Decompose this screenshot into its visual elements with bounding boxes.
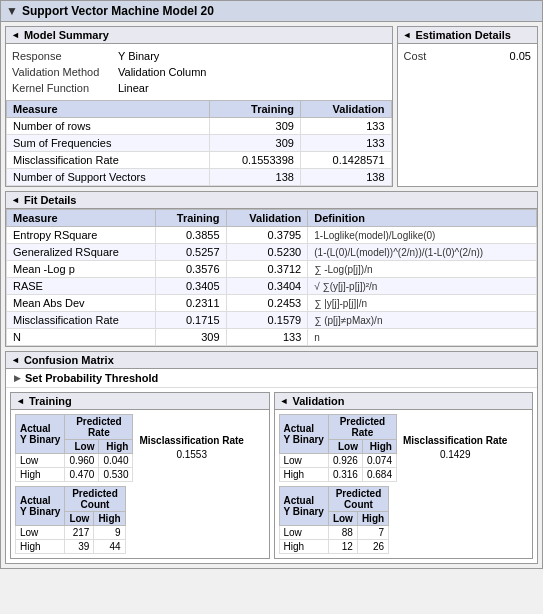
fit-training-header: Training [156, 210, 226, 227]
training-count-high-header: High [94, 512, 125, 526]
validation-header: Validation [300, 101, 391, 118]
confusion-matrix-title: Confusion Matrix [24, 354, 114, 366]
confusion-matrix-triangle: ◄ [11, 355, 20, 365]
validation-misclass-label: Misclassification Rate [403, 434, 507, 447]
table-cell: 0.3855 [156, 227, 226, 244]
validation-panel-body: ActualY Binary PredictedRate Low High Lo… [274, 409, 534, 559]
validation-pred-rate-header: PredictedRate [328, 415, 396, 440]
table-cell: 0.3576 [156, 261, 226, 278]
estimation-info: Cost 0.05 [398, 44, 537, 68]
validation-misclass-box: Misclassification Rate 0.1429 [403, 414, 507, 460]
validation-count-table: ActualY Binary PredictedCount Low High L… [279, 486, 390, 554]
table-row: High3944 [16, 540, 126, 554]
training-panel: ◄ Training ActualY Binary PredictedRate [10, 392, 270, 559]
training-panel-header: ◄ Training [10, 392, 270, 409]
validation-low-header: Low [328, 440, 362, 454]
fit-details-table: Measure Training Validation Definition E… [6, 209, 537, 346]
table-cell: 138 [210, 169, 301, 186]
table-row: Generalized RSquare0.52570.5230(1-(L(0)/… [7, 244, 537, 261]
table-cell: High [279, 540, 328, 554]
validation-high-header: High [362, 440, 396, 454]
table-cell: 0.316 [328, 468, 362, 482]
model-summary-table: Measure Training Validation Number of ro… [6, 100, 392, 186]
model-summary-header: ◄ Model Summary [6, 27, 392, 44]
validation-method-row: Validation Method Validation Column [12, 64, 386, 80]
training-actual-header: ActualY Binary [16, 415, 65, 454]
table-cell: ∑ (p[j]≠pMax)/n [308, 312, 537, 329]
table-row: Sum of Frequencies309133 [7, 135, 392, 152]
estimation-details-title: Estimation Details [416, 29, 511, 41]
training-label: Training [29, 395, 72, 407]
fit-definition-header: Definition [308, 210, 537, 227]
table-cell: 0.3795 [226, 227, 308, 244]
table-cell: ∑ -Log(p[j])/n [308, 261, 537, 278]
training-count-table: ActualY Binary PredictedCount Low High L… [15, 486, 126, 554]
table-cell: 0.2453 [226, 295, 308, 312]
validation-pred-count-header: PredictedCount [328, 487, 388, 512]
table-cell: 133 [226, 329, 308, 346]
validation-count-low-header: Low [328, 512, 357, 526]
fit-details-header: ◄ Fit Details [6, 192, 537, 209]
table-cell: Entropy RSquare [7, 227, 156, 244]
table-cell: ∑ |y[j]-p[j]|/n [308, 295, 537, 312]
table-cell: 309 [210, 118, 301, 135]
table-row: Low2179 [16, 526, 126, 540]
table-cell: 0.530 [99, 468, 133, 482]
table-cell: 88 [328, 526, 357, 540]
table-cell: Low [279, 526, 328, 540]
table-row: Mean Abs Dev0.23110.2453∑ |y[j]-p[j]|/n [7, 295, 537, 312]
set-prob-row[interactable]: ▶ Set Probability Threshold [6, 369, 537, 388]
table-cell: 26 [357, 540, 388, 554]
table-cell: 44 [94, 540, 125, 554]
fit-measure-header: Measure [7, 210, 156, 227]
table-cell: 0.684 [362, 468, 396, 482]
training-triangle: ◄ [16, 396, 25, 406]
fit-details-title: Fit Details [24, 194, 77, 206]
estimation-details-section: ◄ Estimation Details Cost 0.05 [397, 26, 538, 187]
table-cell: 0.074 [362, 454, 396, 468]
table-cell: 0.960 [65, 454, 99, 468]
model-summary-title: Model Summary [24, 29, 109, 41]
table-row: Misclassification Rate0.17150.1579∑ (p[j… [7, 312, 537, 329]
training-high-header: High [99, 440, 133, 454]
table-cell: Misclassification Rate [7, 312, 156, 329]
table-row: Misclassification Rate0.15533980.1428571 [7, 152, 392, 169]
training-actual-count-header: ActualY Binary [16, 487, 65, 526]
validation-rate-table: ActualY Binary PredictedRate Low High Lo… [279, 414, 397, 482]
training-pred-count-header: PredictedCount [65, 487, 125, 512]
training-count-low-header: Low [65, 512, 94, 526]
table-cell: 0.040 [99, 454, 133, 468]
validation-count-row: ActualY Binary PredictedCount Low High L… [279, 486, 529, 554]
validation-panel: ◄ Validation ActualY Binary PredictedRat… [274, 392, 534, 559]
table-cell: 0.3712 [226, 261, 308, 278]
table-cell: 0.3405 [156, 278, 226, 295]
table-cell: Generalized RSquare [7, 244, 156, 261]
table-cell: Low [16, 454, 65, 468]
table-cell: Sum of Frequencies [7, 135, 210, 152]
set-prob-label: Set Probability Threshold [25, 372, 158, 384]
validation-misclass-value: 0.1429 [440, 449, 471, 460]
validation-tables-row: ActualY Binary PredictedRate Low High Lo… [279, 414, 529, 482]
table-row: N309133n [7, 329, 537, 346]
table-row: High0.3160.684 [279, 468, 396, 482]
table-cell: RASE [7, 278, 156, 295]
response-row: Response Y Binary [12, 48, 386, 64]
table-cell: 0.470 [65, 468, 99, 482]
table-cell: 0.1553398 [210, 152, 301, 169]
table-cell: 39 [65, 540, 94, 554]
training-panel-body: ActualY Binary PredictedRate Low High Lo… [10, 409, 270, 559]
table-cell: 133 [300, 118, 391, 135]
table-cell: 0.5230 [226, 244, 308, 261]
table-cell: High [16, 540, 65, 554]
table-cell: 12 [328, 540, 357, 554]
validation-count-high-header: High [357, 512, 388, 526]
training-rate-table: ActualY Binary PredictedRate Low High Lo… [15, 414, 133, 482]
table-row: Mean -Log p0.35760.3712∑ -Log(p[j])/n [7, 261, 537, 278]
validation-actual-count-header: ActualY Binary [279, 487, 328, 526]
table-cell: 0.1715 [156, 312, 226, 329]
model-summary-section: ◄ Model Summary Response Y Binary Valida… [5, 26, 393, 187]
training-low-header: Low [65, 440, 99, 454]
model-summary-info: Response Y Binary Validation Method Vali… [6, 44, 392, 100]
table-cell: 0.5257 [156, 244, 226, 261]
expand-icon[interactable]: ▼ [6, 4, 18, 18]
